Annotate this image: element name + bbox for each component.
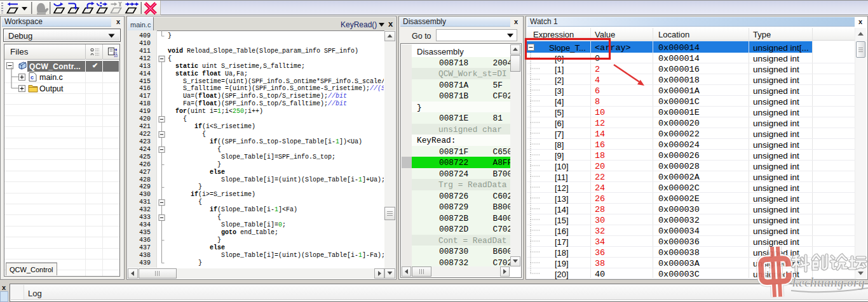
svg-text:c: c	[31, 74, 34, 81]
svg-text:10: 10	[114, 54, 118, 57]
svg-text:kechuang.org: kechuang.org	[792, 275, 865, 290]
